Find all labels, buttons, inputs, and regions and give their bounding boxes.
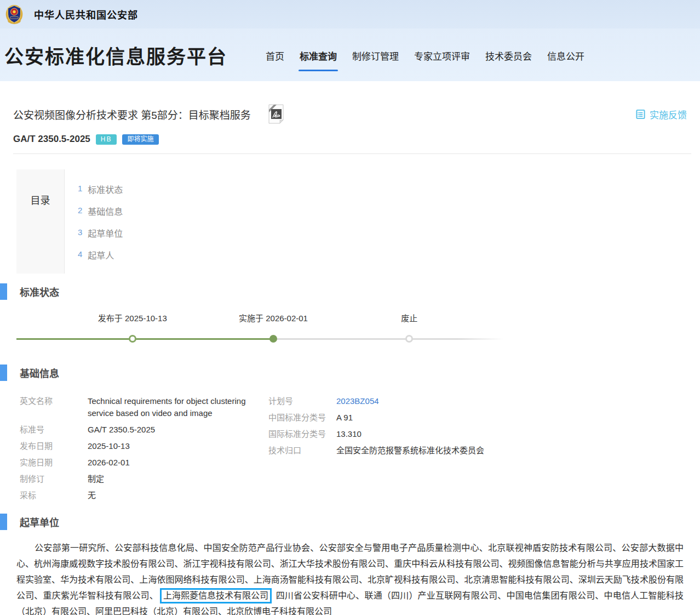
field-label-revision-type: 制修订 bbox=[20, 471, 88, 487]
nav-item-standard-search[interactable]: 标准查询 bbox=[292, 49, 345, 71]
main-nav: 首页 标准查询 制修订管理 专家立项评审 技术委员会 信息公开 bbox=[258, 49, 592, 71]
drafting-units-paragraph: 公安部第一研究所、公安部科技信息化局、中国安全防范产品行业协会、公安部安全与警用… bbox=[16, 540, 684, 615]
nav-item-technical-committee[interactable]: 技术委员会 bbox=[478, 49, 540, 71]
timeline-line-pending bbox=[273, 338, 504, 340]
platform-title: 公安标准化信息服务平台 bbox=[4, 41, 227, 69]
highlighted-company: 上海熙菱信息技术有限公司 bbox=[160, 588, 272, 603]
field-label-implement-date: 实施日期 bbox=[20, 454, 88, 471]
section-title-drafting-units: 起草单位 bbox=[20, 515, 59, 529]
toc-item-drafters[interactable]: 4起草人 bbox=[78, 248, 123, 261]
timeline-label-abolished: 废止 bbox=[401, 312, 417, 323]
feedback-label: 实施反馈 bbox=[650, 107, 687, 121]
field-label-ics: 国际标准分类号 bbox=[268, 426, 336, 442]
standard-number: GA/T 2350.5-2025 bbox=[13, 134, 90, 145]
timeline-label-implemented: 实施于 2026-02-01 bbox=[239, 312, 308, 323]
timeline-dot-abolished bbox=[405, 335, 413, 343]
field-value-implement-date: 2026-02-01 bbox=[88, 454, 268, 471]
field-label-adoption: 采标 bbox=[20, 487, 88, 504]
toc-item-label: 起草人 bbox=[88, 251, 114, 260]
field-label-standard-no: 标准号 bbox=[20, 422, 88, 438]
nav-item-home[interactable]: 首页 bbox=[258, 49, 292, 71]
field-value-ccs: A 91 bbox=[336, 409, 544, 426]
field-label-english-name: 英文名称 bbox=[20, 393, 88, 422]
pdf-file-icon[interactable] bbox=[265, 103, 287, 125]
implementation-feedback-link[interactable]: 实施反馈 bbox=[635, 107, 687, 121]
toc-item-standard-status[interactable]: 1标准状态 bbox=[78, 183, 123, 196]
ministry-header: 中华人民共和国公安部 bbox=[0, 0, 700, 29]
main-content: 公安视频图像分析技术要求 第5部分：目标聚档服务 实施反馈 bbox=[0, 103, 700, 615]
timeline-line-done bbox=[16, 338, 273, 340]
section-marker bbox=[0, 514, 7, 530]
hb-badge: HB bbox=[96, 134, 117, 145]
basic-info-left-column: 英文名称 Technical requirements for object c… bbox=[20, 393, 268, 504]
upcoming-implementation-badge: 即将实施 bbox=[122, 134, 158, 145]
section-marker bbox=[0, 283, 7, 300]
field-value-ics: 13.310 bbox=[336, 426, 544, 442]
timeline-dot-published bbox=[129, 335, 136, 343]
field-value-revision-type: 制定 bbox=[88, 471, 268, 487]
platform-header: 公安标准化信息服务平台 首页 标准查询 制修订管理 专家立项评审 技术委员会 信… bbox=[0, 29, 700, 81]
feedback-form-icon bbox=[635, 109, 646, 119]
field-label-technical-committee: 技术归口 bbox=[268, 442, 336, 459]
timeline-dot-implemented bbox=[269, 335, 277, 343]
section-title-basic-info: 基础信息 bbox=[20, 366, 59, 380]
section-marker bbox=[0, 365, 7, 381]
divider bbox=[13, 153, 691, 154]
toc-item-label: 基础信息 bbox=[88, 207, 123, 217]
toc-item-number: 2 bbox=[78, 206, 82, 215]
toc-item-label: 标准状态 bbox=[88, 185, 123, 195]
field-value-english-name: Technical requirements for object cluste… bbox=[88, 393, 268, 422]
basic-info-right-column: 计划号 2023BZ054 中国标准分类号 A 91 国际标准分类号 13.31… bbox=[268, 393, 544, 504]
field-label-publish-date: 发布日期 bbox=[20, 438, 88, 454]
toc-item-number: 4 bbox=[78, 249, 82, 259]
nav-item-information-disclosure[interactable]: 信息公开 bbox=[540, 49, 592, 71]
nav-item-expert-review[interactable]: 专家立项评审 bbox=[406, 49, 478, 71]
document-title: 公安视频图像分析技术要求 第5部分：目标聚档服务 bbox=[13, 107, 251, 122]
ministry-name: 中华人民共和国公安部 bbox=[34, 7, 138, 21]
police-emblem-icon[interactable] bbox=[4, 3, 24, 25]
toc-item-number: 3 bbox=[78, 227, 82, 237]
toc-item-drafting-units[interactable]: 3起草单位 bbox=[78, 226, 123, 240]
drafting-units-section: 起草单位 公安部第一研究所、公安部科技信息化局、中国安全防范产品行业协会、公安部… bbox=[0, 514, 700, 615]
standard-status-section: 标准状态 发布于 2025-10-13 实施于 2026-02-01 废止 bbox=[0, 283, 700, 355]
toc-title: 目录 bbox=[16, 169, 65, 274]
plan-number-link[interactable]: 2023BZ054 bbox=[336, 393, 544, 409]
toc-item-number: 1 bbox=[78, 184, 82, 193]
section-title-status: 标准状态 bbox=[20, 284, 59, 299]
field-label-ccs: 中国标准分类号 bbox=[268, 409, 336, 426]
toc-item-label: 起草单位 bbox=[88, 229, 123, 238]
field-value-adoption: 无 bbox=[88, 487, 268, 504]
nav-item-revision-management[interactable]: 制修订管理 bbox=[345, 49, 406, 71]
basic-info-section: 基础信息 英文名称 Technical requirements for obj… bbox=[0, 365, 700, 504]
field-value-standard-no: GA/T 2350.5-2025 bbox=[88, 422, 268, 438]
field-value-technical-committee: 全国安全防范报警系统标准化技术委员会 bbox=[336, 442, 544, 459]
status-timeline: 发布于 2025-10-13 实施于 2026-02-01 废止 bbox=[16, 312, 504, 355]
toc-item-basic-info[interactable]: 2基础信息 bbox=[78, 204, 123, 218]
timeline-label-published: 发布于 2025-10-13 bbox=[98, 312, 167, 323]
field-label-plan-no: 计划号 bbox=[268, 393, 336, 409]
table-of-contents: 目录 1标准状态 2基础信息 3起草单位 4起草人 bbox=[16, 169, 700, 274]
field-value-publish-date: 2025-10-13 bbox=[88, 438, 268, 454]
